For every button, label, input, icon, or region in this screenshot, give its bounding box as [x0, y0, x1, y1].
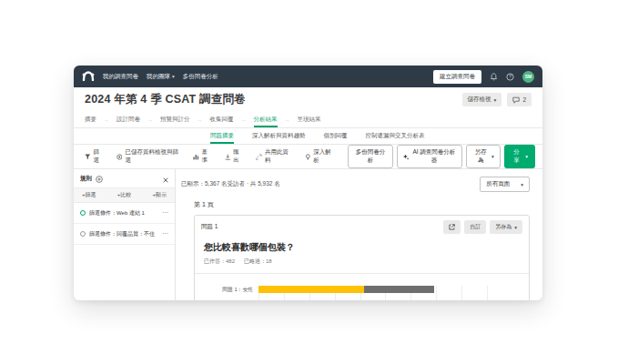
customize-button[interactable]: 自訂: [464, 220, 486, 234]
export-tool[interactable]: 匯出: [225, 148, 245, 165]
bar-segment-1: [258, 286, 364, 293]
close-icon[interactable]: [163, 170, 168, 187]
share-data-icon: [256, 154, 262, 160]
filter-icon: [85, 154, 91, 160]
ai-survey-analyst-button[interactable]: AI 調查問卷分析器: [397, 145, 463, 168]
tab-crosstabs[interactable]: 控制遺漏與交叉分析表: [366, 128, 425, 144]
save-as-dropdown[interactable]: 另存為▾: [466, 145, 500, 168]
chevron-down-icon: ▾: [525, 154, 528, 159]
step-arrow-icon: →: [285, 112, 290, 127]
avatar[interactable]: SM: [522, 71, 534, 83]
step-design-survey[interactable]: 設計問卷: [117, 112, 140, 127]
share-question-button[interactable]: [443, 220, 461, 234]
step-summary[interactable]: 摘要: [85, 112, 96, 127]
insights-tool[interactable]: 深入解析: [305, 148, 336, 165]
stacked-bar-chart: 問題 1：女性 問題 2：非二元性別 問題 3：男性: [195, 274, 529, 300]
filter-tool[interactable]: 篩選: [85, 148, 105, 165]
insights-icon: [305, 154, 311, 160]
question-card: 問題 1 自訂 另存為▾ 您比較喜歡哪個包裝？: [194, 215, 530, 300]
share-data-tool[interactable]: 共用此資料: [256, 148, 292, 165]
nav-my-surveys[interactable]: 我的調查問卷: [103, 73, 138, 81]
export-icon: [225, 154, 231, 160]
rule-list-item[interactable]: 篩選條件：回覆品質：不佳 ⋯: [74, 224, 175, 245]
comments-button[interactable]: 2: [507, 93, 532, 106]
chart-category-labels: 問題 1：女性 問題 2：非二元性別 問題 3：男性: [200, 286, 258, 300]
add-rule-icon[interactable]: [96, 170, 103, 187]
svg-text:?: ?: [509, 75, 512, 79]
share-button[interactable]: 分享▾: [504, 145, 535, 168]
comment-bubble-icon: [512, 96, 520, 104]
app-window: 我的調查問卷 我的團隊▾ 多份問卷分析 建立調查問卷 ? SM 2024 年第 …: [74, 66, 542, 300]
skipped-count: 已略過：18: [244, 258, 272, 266]
question-card-header: 問題 1 自訂 另存為▾: [195, 216, 529, 238]
tab-question-summaries[interactable]: 問題摘要: [210, 128, 234, 144]
rule-list-item[interactable]: 篩選條件：Web 連結 1 ⋯: [74, 203, 175, 224]
question-meta: 已作答：482 已略過：18: [195, 254, 529, 274]
content-area: 規則 +篩選 +比較 +顯示 篩選條件：Web 連結 1 ⋯: [74, 169, 542, 300]
chart-plot-area: [258, 286, 512, 300]
responses-meta-row: 已顯示：5,367 名受訪者 · 共 5,932 名 所有頁面 ▾: [181, 177, 530, 192]
nav-my-team[interactable]: 我的團隊▾: [147, 73, 175, 81]
page-title: 2024 年第 4 季 CSAT 調查問卷: [85, 92, 246, 107]
rules-sidebar-header: 規則: [74, 169, 175, 187]
ellipsis-menu-icon[interactable]: ⋯: [162, 230, 168, 238]
multi-survey-analysis-button[interactable]: 多份問卷分析: [348, 145, 393, 168]
tab-individual-responses[interactable]: 個別回覆: [324, 128, 348, 144]
question-number: 問題 1: [201, 223, 218, 231]
step-present-results[interactable]: 呈現結果: [298, 112, 321, 127]
share-external-icon: [449, 224, 455, 230]
top-navigation-bar: 我的調查問卷 我的團隊▾ 多份問卷分析 建立調查問卷 ? SM: [74, 66, 542, 87]
title-bar: 2024 年第 4 季 CSAT 調查問卷 儲存檢視▾ 2: [74, 87, 542, 112]
answered-count: 已作答：482: [204, 258, 235, 266]
question-card-actions: 自訂 另存為▾: [443, 220, 522, 234]
bell-icon[interactable]: [490, 73, 498, 81]
ai-sparkle-icon: [403, 154, 409, 160]
chart-label: 問題 1：女性: [200, 286, 258, 293]
chevron-down-icon: ▾: [521, 182, 523, 187]
chevron-down-icon: ▾: [494, 97, 497, 103]
title-bar-actions: 儲存檢視▾ 2: [462, 93, 532, 106]
nav-multi-survey-analysis[interactable]: 多份問卷分析: [183, 73, 218, 81]
benchmark-icon: [193, 154, 199, 160]
create-survey-button[interactable]: 建立調查問卷: [433, 70, 481, 84]
step-arrow-icon: →: [198, 112, 203, 127]
saved-views-icon: [117, 154, 123, 160]
ellipsis-menu-icon[interactable]: ⋯: [162, 209, 168, 217]
add-compare-button[interactable]: +比較: [117, 191, 132, 199]
bar-segment-2: [364, 286, 434, 293]
saved-view-button[interactable]: 儲存檢視▾: [462, 93, 502, 106]
help-icon[interactable]: ?: [506, 73, 514, 81]
rule-status-icon: [80, 210, 86, 216]
rule-status-icon: [80, 231, 86, 237]
page-label: 第 1 頁: [194, 200, 530, 209]
bar-row: [258, 286, 434, 293]
results-main: 已顯示：5,367 名受訪者 · 共 5,932 名 所有頁面 ▾ 第 1 頁 …: [176, 169, 542, 300]
tab-insights-trends[interactable]: 深入解析與資料趨勢: [252, 128, 306, 144]
chevron-down-icon: ▾: [172, 74, 175, 79]
responses-summary: 已顯示：5,367 名受訪者 · 共 5,932 名: [181, 180, 280, 188]
toolbar-right-actions: 多份問卷分析 AI 調查問卷分析器 另存為▾ 分享▾: [348, 145, 535, 168]
rules-sidebar: 規則 +篩選 +比較 +顯示 篩選條件：Web 連結 1 ⋯: [74, 169, 176, 300]
add-show-button[interactable]: +顯示: [152, 191, 167, 199]
rules-title: 規則: [80, 175, 92, 183]
surveymonkey-logo-icon[interactable]: [82, 68, 95, 85]
saved-views-tool[interactable]: 已儲存資料檢視與篩選: [117, 148, 181, 165]
question-title: 您比較喜歡哪個包裝？: [195, 238, 529, 254]
rule-add-buttons: +篩選 +比較 +顯示: [74, 187, 175, 203]
page-selector[interactable]: 所有頁面 ▾: [480, 177, 530, 192]
step-analyze-results[interactable]: 分析結果: [254, 112, 278, 127]
step-preview-score[interactable]: 預覽與計分: [160, 112, 190, 127]
analyze-toolbar: 篩選 已儲存資料檢視與篩選 基準 匯出 共用此資料 深入解析 多份問卷分析 AI…: [74, 145, 542, 169]
add-filter-button[interactable]: +篩選: [82, 191, 96, 199]
chevron-down-icon: ▾: [491, 154, 494, 159]
step-arrow-icon: →: [241, 112, 247, 127]
benchmark-tool[interactable]: 基準: [193, 148, 213, 165]
step-arrow-icon: →: [104, 112, 109, 127]
question-list: 第 1 頁 問題 1 自訂 另存為▾: [194, 200, 530, 300]
question-save-as-button[interactable]: 另存為▾: [490, 220, 522, 234]
step-collect-responses[interactable]: 收集回覆: [210, 112, 234, 127]
chevron-down-icon: ▾: [514, 225, 517, 230]
analyze-subtabs: 問題摘要 深入解析與資料趨勢 個別回覆 控制遺漏與交叉分析表: [74, 128, 542, 145]
workflow-steps: 摘要 → 設計問卷 → 預覽與計分 → 收集回覆 → 分析結果 → 呈現結果: [74, 112, 542, 128]
step-arrow-icon: →: [147, 112, 153, 127]
